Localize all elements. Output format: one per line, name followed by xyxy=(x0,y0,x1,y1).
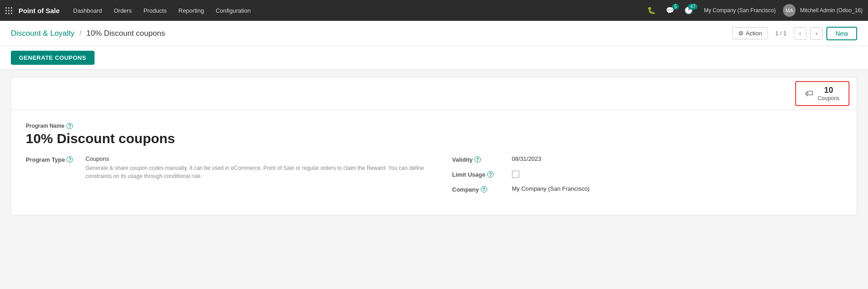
program-type-help-icon[interactable]: ? xyxy=(66,156,73,163)
program-type-value-wrapper: Coupons Generate & share coupon codes ma… xyxy=(85,155,434,180)
company-help-icon[interactable]: ? xyxy=(481,186,487,193)
program-name-help-icon[interactable]: ? xyxy=(66,123,73,129)
limit-usage-label: Limit Usage ? xyxy=(452,170,507,178)
user-name[interactable]: Mitchell Admin (Odoo_16) xyxy=(800,7,863,14)
form-right: Validity ? 08/31/2023 Limit Usage ? xyxy=(434,155,843,200)
user-avatar[interactable]: MA xyxy=(783,4,796,17)
gear-icon: ⚙ xyxy=(738,30,744,37)
validity-label: Validity ? xyxy=(452,155,507,163)
bug-icon: 🐛 xyxy=(647,6,656,14)
tag-icon: 🏷 xyxy=(805,89,813,98)
chat-badge: 5 xyxy=(672,4,679,10)
program-name-value: 10% Discount coupons xyxy=(26,131,842,146)
nav-reporting[interactable]: Reporting xyxy=(174,5,209,16)
pagination-info: 1 / 1 xyxy=(772,30,790,37)
pagination-prev-button[interactable]: ‹ xyxy=(794,27,806,40)
nav-products[interactable]: Products xyxy=(139,5,171,16)
breadcrumb: Discount & Loyalty / 10% Discount coupon… xyxy=(11,29,165,38)
form-left: Program Type ? Coupons Generate & share … xyxy=(26,155,434,200)
program-type-value: Coupons xyxy=(85,155,434,162)
program-name-label: Program Name ? xyxy=(26,123,842,129)
generate-coupons-button[interactable]: GENERATE COUPONS xyxy=(11,51,95,65)
nav-configuration[interactable]: Configuration xyxy=(211,5,255,16)
coupons-smart-button[interactable]: 🏷 10 Coupons xyxy=(795,81,849,106)
breadcrumb-parent-link[interactable]: Discount & Loyalty xyxy=(11,29,75,38)
breadcrumb-actions: ⚙ Action 1 / 1 ‹ › New xyxy=(732,27,857,40)
program-type-label: Program Type ? xyxy=(26,155,80,163)
nav-orders[interactable]: Orders xyxy=(109,5,136,16)
smart-btn-content: 10 Coupons xyxy=(818,86,840,101)
bug-icon-button[interactable]: 🐛 xyxy=(644,5,659,16)
nav-dashboard[interactable]: Dashboard xyxy=(69,5,107,16)
validity-row: Validity ? 08/31/2023 xyxy=(452,155,843,163)
company-value: My Company (San Francisco) xyxy=(512,185,843,192)
limit-usage-value xyxy=(512,170,519,178)
top-navigation: Point of Sale Dashboard Orders Products … xyxy=(0,0,868,21)
chat-icon-button[interactable]: 💬 5 xyxy=(662,5,678,16)
apps-grid-icon[interactable] xyxy=(5,7,12,14)
company-row: Company ? My Company (San Francisco) xyxy=(452,185,843,193)
breadcrumb-current-page: 10% Discount coupons xyxy=(86,29,165,38)
pagination-next-button[interactable]: › xyxy=(810,27,823,40)
company-label: Company ? xyxy=(452,185,507,193)
smart-btn-inner: 🏷 10 Coupons xyxy=(805,86,840,101)
form-grid: Program Type ? Coupons Generate & share … xyxy=(26,155,842,200)
action-button[interactable]: ⚙ Action xyxy=(732,27,768,39)
action-button-label: Action xyxy=(746,30,762,37)
activity-icon-button[interactable]: 🕐 47 xyxy=(681,5,697,16)
coupons-label: Coupons xyxy=(818,95,840,101)
limit-usage-row: Limit Usage ? xyxy=(452,170,843,178)
program-type-row: Program Type ? Coupons Generate & share … xyxy=(26,155,434,180)
activity-badge: 47 xyxy=(688,4,697,10)
validity-value: 08/31/2023 xyxy=(512,155,843,162)
breadcrumb-bar: Discount & Loyalty / 10% Discount coupon… xyxy=(0,21,868,46)
validity-help-icon[interactable]: ? xyxy=(474,156,481,163)
app-brand-title: Point of Sale xyxy=(19,7,60,14)
coupons-count: 10 xyxy=(818,86,840,95)
company-name[interactable]: My Company (San Francisco) xyxy=(699,7,780,14)
form-area: Program Name ? 10% Discount coupons Prog… xyxy=(11,110,857,215)
program-type-desc: Generate & share coupon codes manually. … xyxy=(85,164,434,180)
limit-usage-help-icon[interactable]: ? xyxy=(487,171,493,178)
new-button[interactable]: New xyxy=(826,27,857,40)
breadcrumb-separator: / xyxy=(80,29,82,38)
smart-buttons-area: 🏷 10 Coupons xyxy=(11,77,857,110)
main-content: 🏷 10 Coupons Program Name ? 10% Discount… xyxy=(0,70,868,222)
form-toolbar: GENERATE COUPONS xyxy=(0,46,868,70)
limit-usage-checkbox[interactable] xyxy=(512,171,519,178)
